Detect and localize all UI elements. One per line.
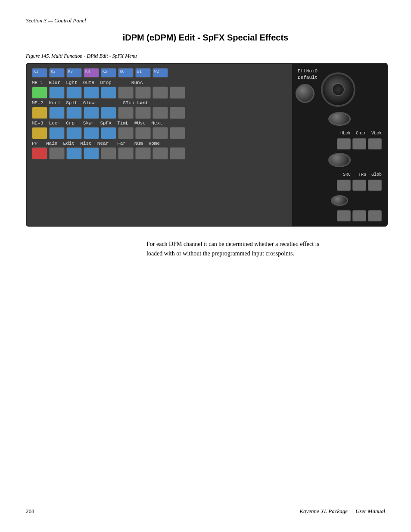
knob-bottom[interactable] bbox=[331, 195, 348, 206]
me1-btn-4[interactable] bbox=[84, 87, 99, 99]
me3-section: ME-3 Loc+ Crp+ Skw+ SpFX TimL #Use Next bbox=[32, 121, 287, 139]
bottom-btn-1[interactable] bbox=[337, 210, 351, 221]
figure-caption: Figure 145. Multi Function - DPM Edit - … bbox=[26, 53, 385, 59]
page-title: iDPM (eDPM) Edit - SpFX Special Effects bbox=[26, 33, 385, 43]
key-k5[interactable]: K5 bbox=[101, 68, 116, 78]
src-btn[interactable] bbox=[337, 180, 351, 191]
hlck-btn[interactable] bbox=[337, 138, 351, 149]
key-k3[interactable]: K3 bbox=[66, 68, 82, 78]
eff-display: EffNo:0 Default bbox=[296, 68, 318, 81]
bottom-btn-2[interactable] bbox=[352, 210, 366, 221]
me1-btn-6[interactable] bbox=[118, 87, 134, 99]
me1-btn-7[interactable] bbox=[135, 87, 151, 99]
trg-btn[interactable] bbox=[352, 180, 366, 191]
me3-btn-2[interactable] bbox=[49, 127, 65, 139]
knob-lower[interactable] bbox=[328, 153, 351, 167]
me3-btn-4[interactable] bbox=[84, 127, 99, 139]
me1-btn-2[interactable] bbox=[49, 87, 65, 99]
panel-left: K1 K2 K3 K4 K5 K6 W1 W2 ME-1 Blur Lght O… bbox=[27, 64, 292, 226]
knob-eff[interactable] bbox=[296, 84, 314, 103]
pp-btn-5[interactable] bbox=[101, 147, 116, 159]
me1-btn-8[interactable] bbox=[153, 87, 168, 99]
footer-manual-title: Kayenne XL Package — User Manual bbox=[299, 508, 385, 515]
me3-btn-5[interactable] bbox=[101, 127, 116, 139]
panel-right: EffNo:0 Default HLck Cntr VLck bbox=[292, 64, 387, 226]
glob-btn[interactable] bbox=[368, 180, 382, 191]
bottom-btn-row bbox=[296, 210, 383, 221]
body-text: For each DPM channel it can be determine… bbox=[146, 240, 385, 259]
me1-btn-5[interactable] bbox=[101, 87, 116, 99]
pp-btn-7[interactable] bbox=[135, 147, 151, 159]
me3-btn-row bbox=[32, 127, 287, 139]
key-row: K1 K2 K3 K4 K5 K6 W1 W2 bbox=[32, 68, 287, 78]
me1-btn-row bbox=[32, 87, 287, 99]
me2-right-label: STch Last bbox=[123, 100, 148, 106]
me2-section: ME-2 Kurl Splt Glow STch Last bbox=[32, 100, 287, 119]
pp-btn-row bbox=[32, 147, 287, 159]
hlck-btn-row bbox=[296, 138, 383, 149]
me2-label: ME-2 Kurl Splt Glow bbox=[32, 100, 94, 106]
pp-section: PP Main Edit Misc Near Far Num Home bbox=[32, 141, 287, 159]
key-w1[interactable]: W1 bbox=[135, 68, 151, 78]
src-btn-row bbox=[296, 180, 383, 191]
pp-btn-4[interactable] bbox=[84, 147, 99, 159]
me2-btn-5[interactable] bbox=[101, 107, 116, 119]
me3-btn-7[interactable] bbox=[135, 127, 151, 139]
pp-label: PP Main Edit Misc Near Far Num Home bbox=[32, 141, 160, 146]
key-k2[interactable]: K2 bbox=[49, 68, 65, 78]
me2-btn-9[interactable] bbox=[170, 107, 185, 119]
speaker-knob bbox=[321, 72, 355, 107]
key-k4[interactable]: K4 bbox=[84, 68, 99, 78]
cntr-btn[interactable] bbox=[352, 138, 366, 149]
hlck-label-row: HLck Cntr VLck bbox=[296, 131, 383, 136]
me1-btn-1[interactable] bbox=[32, 87, 47, 99]
key-w2[interactable]: W2 bbox=[153, 68, 168, 78]
me2-btn-1[interactable] bbox=[32, 107, 47, 119]
me2-btn-4[interactable] bbox=[84, 107, 99, 119]
me3-btn-6[interactable] bbox=[118, 127, 134, 139]
me3-btn-1[interactable] bbox=[32, 127, 47, 139]
pp-btn-6[interactable] bbox=[118, 147, 134, 159]
key-k6[interactable]: K6 bbox=[118, 68, 134, 78]
me3-btn-8[interactable] bbox=[153, 127, 168, 139]
me1-right-label: RunA bbox=[131, 80, 143, 85]
pp-btn-9[interactable] bbox=[170, 147, 185, 159]
me1-label: ME-1 Blur Lght OutR Drop bbox=[32, 80, 112, 85]
me2-btn-6[interactable] bbox=[118, 107, 134, 119]
me2-btn-3[interactable] bbox=[66, 107, 82, 119]
key-k1[interactable]: K1 bbox=[32, 68, 47, 78]
me1-btn-9[interactable] bbox=[170, 87, 185, 99]
page-footer: 208 Kayenne XL Package — User Manual bbox=[26, 508, 385, 515]
me3-btn-3[interactable] bbox=[66, 127, 82, 139]
pp-btn-1[interactable] bbox=[32, 147, 47, 159]
control-panel: K1 K2 K3 K4 K5 K6 W1 W2 ME-1 Blur Lght O… bbox=[26, 63, 388, 227]
me2-btn-8[interactable] bbox=[153, 107, 168, 119]
pp-btn-8[interactable] bbox=[153, 147, 168, 159]
me1-section: ME-1 Blur Lght OutR Drop RunA bbox=[32, 80, 287, 99]
me3-label: ME-3 Loc+ Crp+ Skw+ SpFX TimL #Use Next bbox=[32, 121, 163, 126]
pp-btn-3[interactable] bbox=[66, 147, 82, 159]
me2-btn-row bbox=[32, 107, 287, 119]
src-label-row: SRC TRG Glob bbox=[296, 172, 383, 177]
section-label: Section 3 — Control Panel bbox=[26, 17, 385, 24]
bottom-btn-3[interactable] bbox=[368, 210, 382, 221]
pp-btn-2[interactable] bbox=[49, 147, 65, 159]
footer-page-number: 208 bbox=[26, 508, 34, 515]
me3-btn-9[interactable] bbox=[170, 127, 185, 139]
me2-btn-7[interactable] bbox=[135, 107, 151, 119]
me2-btn-2[interactable] bbox=[49, 107, 65, 119]
vlck-btn[interactable] bbox=[368, 138, 382, 149]
knob-middle[interactable] bbox=[328, 112, 351, 126]
me1-btn-3[interactable] bbox=[66, 87, 82, 99]
